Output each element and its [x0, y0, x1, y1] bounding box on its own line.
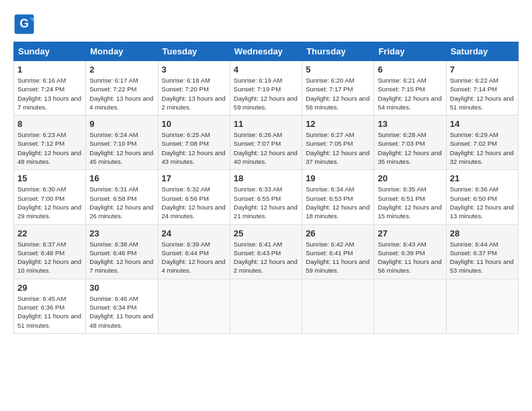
day-info: Sunrise: 6:27 AMSunset: 7:05 PMDaylight:… [306, 131, 369, 165]
calendar-day-cell: 8 Sunrise: 6:23 AMSunset: 7:12 PMDayligh… [14, 116, 86, 170]
day-number: 26 [306, 228, 370, 238]
day-number: 8 [17, 119, 82, 129]
calendar-day-cell: 21 Sunrise: 6:36 AMSunset: 6:50 PMDaylig… [446, 170, 518, 224]
calendar-day-cell: 27 Sunrise: 6:43 AMSunset: 6:39 PMDaylig… [374, 224, 446, 279]
day-of-week-header: Wednesday [230, 42, 302, 61]
calendar-day-cell [302, 279, 374, 333]
day-number: 7 [450, 64, 515, 75]
day-number: 14 [450, 119, 515, 129]
calendar-day-cell: 17 Sunrise: 6:32 AMSunset: 6:56 PMDaylig… [158, 170, 230, 224]
calendar-day-cell [230, 279, 302, 333]
calendar-day-cell: 1 Sunrise: 6:16 AMSunset: 7:24 PMDayligh… [14, 61, 86, 116]
page-header: G [13, 13, 519, 35]
day-number: 13 [378, 119, 442, 129]
day-info: Sunrise: 6:38 AMSunset: 6:46 PMDaylight:… [89, 240, 153, 275]
day-number: 23 [89, 228, 154, 238]
day-number: 24 [162, 228, 226, 238]
day-info: Sunrise: 6:36 AMSunset: 6:50 PMDaylight:… [450, 185, 514, 220]
day-number: 18 [234, 173, 298, 183]
day-info: Sunrise: 6:19 AMSunset: 7:19 PMDaylight:… [234, 77, 298, 111]
calendar-day-cell: 16 Sunrise: 6:31 AMSunset: 6:58 PMDaylig… [86, 170, 158, 224]
day-of-week-header: Thursday [302, 42, 374, 61]
calendar-day-cell: 12 Sunrise: 6:27 AMSunset: 7:05 PMDaylig… [302, 116, 374, 170]
day-number: 6 [378, 64, 442, 75]
calendar-day-cell: 29 Sunrise: 6:45 AMSunset: 6:36 PMDaylig… [14, 279, 86, 333]
calendar-day-cell: 9 Sunrise: 6:24 AMSunset: 7:10 PMDayligh… [86, 116, 158, 170]
day-number: 20 [378, 173, 442, 183]
day-info: Sunrise: 6:41 AMSunset: 6:43 PMDaylight:… [234, 240, 298, 275]
calendar-table: SundayMondayTuesdayWednesdayThursdayFrid… [13, 42, 519, 334]
day-number: 16 [89, 173, 154, 183]
day-info: Sunrise: 6:30 AMSunset: 7:00 PMDaylight:… [17, 185, 81, 220]
day-number: 17 [162, 173, 226, 183]
day-number: 12 [306, 119, 370, 129]
day-info: Sunrise: 6:31 AMSunset: 6:58 PMDaylight:… [89, 185, 153, 220]
day-info: Sunrise: 6:33 AMSunset: 6:55 PMDaylight:… [234, 185, 298, 220]
day-number: 10 [162, 119, 226, 129]
calendar-day-cell: 23 Sunrise: 6:38 AMSunset: 6:46 PMDaylig… [86, 224, 158, 279]
day-number: 4 [234, 64, 298, 75]
day-info: Sunrise: 6:43 AMSunset: 6:39 PMDaylight:… [378, 240, 441, 275]
day-info: Sunrise: 6:44 AMSunset: 6:37 PMDaylight:… [450, 240, 514, 275]
day-info: Sunrise: 6:37 AMSunset: 6:48 PMDaylight:… [17, 240, 81, 275]
day-info: Sunrise: 6:28 AMSunset: 7:03 PMDaylight:… [378, 131, 441, 165]
calendar-day-cell: 13 Sunrise: 6:28 AMSunset: 7:03 PMDaylig… [374, 116, 446, 170]
calendar-day-cell: 11 Sunrise: 6:26 AMSunset: 7:07 PMDaylig… [230, 116, 302, 170]
calendar-day-cell: 10 Sunrise: 6:25 AMSunset: 7:08 PMDaylig… [158, 116, 230, 170]
calendar-day-cell: 6 Sunrise: 6:21 AMSunset: 7:15 PMDayligh… [374, 61, 446, 116]
calendar-day-cell: 19 Sunrise: 6:34 AMSunset: 6:53 PMDaylig… [302, 170, 374, 224]
day-number: 11 [234, 119, 298, 129]
day-info: Sunrise: 6:26 AMSunset: 7:07 PMDaylight:… [234, 131, 298, 165]
day-info: Sunrise: 6:35 AMSunset: 6:51 PMDaylight:… [378, 185, 441, 220]
day-number: 15 [17, 173, 82, 183]
calendar-day-cell: 22 Sunrise: 6:37 AMSunset: 6:48 PMDaylig… [14, 224, 86, 279]
day-info: Sunrise: 6:46 AMSunset: 6:34 PMDaylight:… [89, 295, 153, 329]
logo: G [13, 13, 38, 35]
day-number: 25 [234, 228, 298, 238]
calendar-day-cell: 4 Sunrise: 6:19 AMSunset: 7:19 PMDayligh… [230, 61, 302, 116]
calendar-day-cell: 25 Sunrise: 6:41 AMSunset: 6:43 PMDaylig… [230, 224, 302, 279]
day-number: 2 [89, 64, 154, 75]
day-info: Sunrise: 6:17 AMSunset: 7:22 PMDaylight:… [89, 77, 153, 111]
day-of-week-header: Monday [86, 42, 158, 61]
day-info: Sunrise: 6:39 AMSunset: 6:44 PMDaylight:… [162, 240, 226, 275]
calendar-week-row: 29 Sunrise: 6:45 AMSunset: 6:36 PMDaylig… [14, 279, 519, 333]
calendar-week-row: 8 Sunrise: 6:23 AMSunset: 7:12 PMDayligh… [14, 116, 519, 170]
calendar-day-cell: 2 Sunrise: 6:17 AMSunset: 7:22 PMDayligh… [86, 61, 158, 116]
day-number: 1 [17, 64, 82, 75]
calendar-header-row: SundayMondayTuesdayWednesdayThursdayFrid… [14, 42, 519, 61]
day-of-week-header: Friday [374, 42, 446, 61]
calendar-day-cell [374, 279, 446, 333]
calendar-week-row: 15 Sunrise: 6:30 AMSunset: 7:00 PMDaylig… [14, 170, 519, 224]
calendar-day-cell [158, 279, 230, 333]
calendar-day-cell: 28 Sunrise: 6:44 AMSunset: 6:37 PMDaylig… [446, 224, 518, 279]
day-info: Sunrise: 6:42 AMSunset: 6:41 PMDaylight:… [306, 240, 369, 275]
day-number: 19 [306, 173, 370, 183]
day-number: 21 [450, 173, 515, 183]
day-info: Sunrise: 6:25 AMSunset: 7:08 PMDaylight:… [162, 131, 226, 165]
calendar-day-cell: 26 Sunrise: 6:42 AMSunset: 6:41 PMDaylig… [302, 224, 374, 279]
day-info: Sunrise: 6:20 AMSunset: 7:17 PMDaylight:… [306, 77, 369, 111]
calendar-week-row: 1 Sunrise: 6:16 AMSunset: 7:24 PMDayligh… [14, 61, 519, 116]
day-number: 27 [378, 228, 442, 238]
calendar-day-cell: 24 Sunrise: 6:39 AMSunset: 6:44 PMDaylig… [158, 224, 230, 279]
day-info: Sunrise: 6:18 AMSunset: 7:20 PMDaylight:… [162, 77, 226, 111]
day-info: Sunrise: 6:34 AMSunset: 6:53 PMDaylight:… [306, 185, 369, 220]
day-info: Sunrise: 6:21 AMSunset: 7:15 PMDaylight:… [378, 77, 441, 111]
calendar-week-row: 22 Sunrise: 6:37 AMSunset: 6:48 PMDaylig… [14, 224, 519, 279]
day-of-week-header: Sunday [14, 42, 86, 61]
calendar-day-cell: 14 Sunrise: 6:29 AMSunset: 7:02 PMDaylig… [446, 116, 518, 170]
day-number: 28 [450, 228, 515, 238]
calendar-day-cell: 3 Sunrise: 6:18 AMSunset: 7:20 PMDayligh… [158, 61, 230, 116]
day-number: 9 [89, 119, 154, 129]
day-info: Sunrise: 6:45 AMSunset: 6:36 PMDaylight:… [17, 295, 81, 329]
calendar-day-cell: 20 Sunrise: 6:35 AMSunset: 6:51 PMDaylig… [374, 170, 446, 224]
calendar-day-cell [446, 279, 518, 333]
calendar-day-cell: 18 Sunrise: 6:33 AMSunset: 6:55 PMDaylig… [230, 170, 302, 224]
calendar-day-cell: 30 Sunrise: 6:46 AMSunset: 6:34 PMDaylig… [86, 279, 158, 333]
day-info: Sunrise: 6:29 AMSunset: 7:02 PMDaylight:… [450, 131, 514, 165]
svg-text:G: G [19, 17, 29, 30]
calendar-day-cell: 5 Sunrise: 6:20 AMSunset: 7:17 PMDayligh… [302, 61, 374, 116]
day-number: 29 [17, 283, 82, 293]
day-number: 22 [17, 228, 82, 238]
